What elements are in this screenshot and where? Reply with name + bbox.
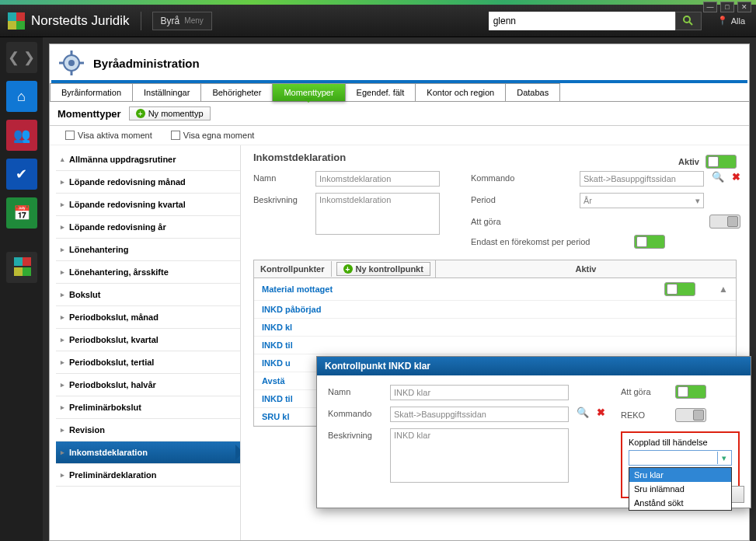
plus-icon: + [136, 109, 145, 118]
nav-tasks[interactable]: ✔ [6, 159, 37, 190]
new-momenttype-button[interactable]: + Ny momenttyp [129, 106, 211, 120]
tab-byr-information[interactable]: Byråinformation [50, 83, 133, 101]
app-logo [8, 12, 25, 30]
caret-icon: ▴ [61, 155, 64, 163]
svg-line-1 [689, 22, 692, 25]
caret-icon: ▸ [61, 449, 64, 456]
menu-label: Meny [184, 16, 203, 25]
nav-back[interactable]: ❮ ❯ [6, 42, 37, 73]
dlg-todo-toggle[interactable] [675, 385, 706, 399]
command-lookup-icon[interactable]: 🔍 [712, 171, 724, 183]
caret-icon: ▸ [61, 291, 64, 298]
list-item[interactable]: ▸Bokslut [56, 284, 240, 306]
command-input[interactable] [580, 171, 704, 187]
new-checkpoint-button[interactable]: +Ny kontrollpunkt [336, 262, 430, 276]
checkpoint-row[interactable]: Material mottaget▲ [254, 278, 736, 301]
caret-icon: ▸ [61, 268, 64, 276]
period-select[interactable]: År▾ [580, 193, 704, 208]
checkpoint-active-toggle[interactable] [664, 282, 695, 296]
caret-icon: ▸ [61, 223, 64, 231]
list-item[interactable]: ▸Preliminärbokslut [56, 396, 240, 419]
aktiv-toggle[interactable] [705, 155, 737, 169]
caret-icon: ▸ [61, 358, 64, 366]
nav-home[interactable]: ⌂ [6, 81, 37, 112]
list-item[interactable]: ▸Periodbokslut, tertial [56, 351, 240, 374]
list-item[interactable]: ▸Periodbokslut, halvår [56, 374, 240, 396]
caret-icon: ▸ [61, 313, 64, 321]
caret-icon: ▸ [61, 178, 64, 186]
list-item[interactable]: ▸Preliminärdeklaration [56, 464, 240, 487]
dlg-reko-toggle[interactable] [675, 408, 706, 422]
dlg-command-clear-icon[interactable]: ✖ [597, 407, 605, 418]
checkpoint-row[interactable]: INKD kl [254, 319, 736, 337]
dlg-description-input[interactable]: INKD klar [390, 428, 569, 483]
todo-toggle[interactable] [709, 215, 740, 229]
tab-egendef-f-lt[interactable]: Egendef. fält [345, 83, 416, 101]
dropdown-option[interactable]: Sru inlämnad [629, 482, 731, 496]
caret-icon: ▸ [61, 381, 64, 389]
caret-icon: ▸ [61, 471, 64, 479]
filter-own-checkbox[interactable]: Visa egna moment [171, 131, 255, 140]
single-occurrence-toggle[interactable] [634, 235, 665, 249]
tab-bar: ByråinformationInställningarBehörigheter… [50, 83, 749, 102]
svg-point-3 [68, 60, 75, 66]
list-item[interactable]: ▸Löpande redovisning år [56, 216, 240, 239]
tab-momenttyper[interactable]: Momenttyper [272, 83, 345, 101]
byra-label: Byrå [161, 16, 180, 26]
list-item[interactable]: ▸Revision [56, 419, 240, 442]
search-button[interactable] [675, 12, 702, 30]
list-item[interactable]: ▸Inkomstdeklaration [56, 442, 240, 464]
nav-world[interactable] [6, 252, 37, 283]
dropdown-option[interactable]: Anstånd sökt [629, 496, 731, 510]
search-input[interactable] [489, 12, 675, 30]
tab-inst-llningar[interactable]: Inställningar [132, 83, 201, 101]
list-item[interactable]: ▸Periodbokslut, kvartal [56, 329, 240, 351]
caret-icon: ▸ [61, 246, 64, 253]
list-item[interactable]: ▸Löpande redovisning månad [56, 171, 240, 194]
dlg-name-input[interactable] [390, 385, 569, 400]
tab-beh-righeter[interactable]: Behörigheter [200, 83, 273, 101]
dlg-command-lookup-icon[interactable]: 🔍 [577, 407, 589, 418]
page-title: Byråadministration [93, 57, 200, 70]
pin-icon: 📍 [717, 16, 728, 26]
list-item[interactable]: ▴Allmänna uppdragsrutiner [56, 148, 240, 171]
plus-icon: + [343, 264, 353, 274]
maximize-button[interactable]: □ [720, 2, 734, 12]
tab-kontor-och-region[interactable]: Kontor och region [415, 83, 506, 101]
caret-icon: ▸ [61, 403, 64, 411]
name-input[interactable] [315, 171, 440, 187]
collapse-icon[interactable]: ▲ [719, 284, 728, 295]
command-clear-icon[interactable]: ✖ [732, 171, 740, 183]
filter-scope[interactable]: 📍 Alla [717, 16, 745, 26]
minimize-button[interactable]: — [703, 2, 717, 12]
linked-event-combo[interactable]: ▾ Sru klarSru inlämnadAnstånd sökt [629, 450, 732, 466]
checkpoint-row[interactable]: INKD påbörjad [254, 301, 736, 319]
checkpoints-header: Kontrollpunkter [254, 261, 332, 277]
checkpoints-aktiv-header: Aktiv [436, 261, 736, 277]
dlg-command-input[interactable] [390, 407, 569, 422]
description-input[interactable]: Inkomstdeklaration [315, 193, 440, 235]
svg-point-0 [684, 16, 690, 23]
checkpoint-dialog: Kontrollpunkt INKD klar Namn Kommando🔍✖ … [316, 356, 751, 508]
nav-people[interactable]: 👥 [6, 120, 37, 151]
filter-active-checkbox[interactable]: Visa aktiva moment [65, 131, 152, 140]
list-item[interactable]: ▸Lönehantering [56, 239, 240, 261]
subbar-title: Momenttyper [57, 108, 121, 120]
caret-icon: ▸ [61, 336, 64, 344]
chevron-down-icon: ▾ [717, 452, 730, 464]
gear-icon [57, 49, 85, 77]
search-icon [683, 16, 694, 26]
nav-calendar[interactable]: 📅 [6, 197, 37, 229]
byra-menu-button[interactable]: Byrå Meny [152, 12, 212, 30]
close-button[interactable]: ✕ [737, 2, 751, 12]
title-bar: Norstedts Juridik Byrå Meny 📍 Alla [0, 5, 756, 37]
aktiv-label: Aktiv [678, 157, 699, 166]
checkpoint-row[interactable]: INKD til [254, 337, 736, 354]
tab-databas[interactable]: Databas [505, 83, 560, 101]
list-item[interactable]: ▸Lönehantering, årsskifte [56, 261, 240, 284]
linked-event-group: Kopplad till händelse ▾ Sru klarSru inlä… [621, 431, 740, 498]
list-item[interactable]: ▸Löpande redovisning kvartal [56, 194, 240, 216]
chevron-down-icon: ▾ [695, 196, 700, 206]
dropdown-option[interactable]: Sru klar [629, 468, 731, 482]
list-item[interactable]: ▸Periodbokslut, månad [56, 306, 240, 329]
